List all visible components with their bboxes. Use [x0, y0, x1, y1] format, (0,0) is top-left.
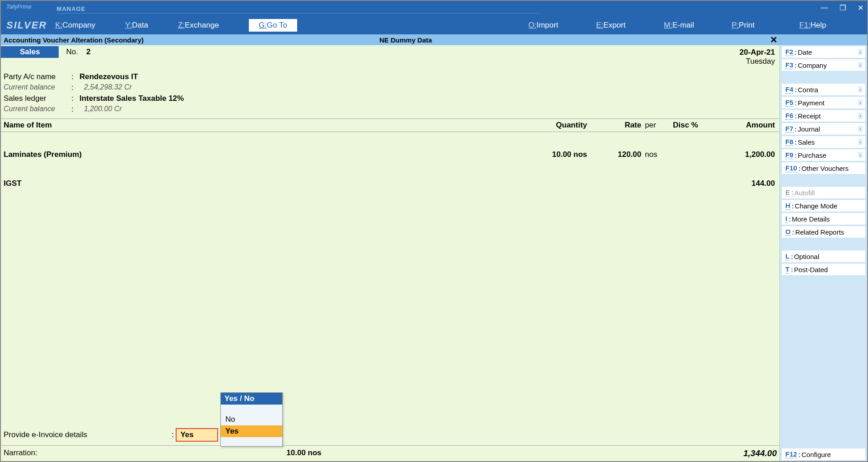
yesno-option-no[interactable]: No	[221, 414, 282, 425]
minimize-button[interactable]: —	[821, 4, 828, 12]
chevron-left-icon[interactable]: ‹	[858, 62, 863, 68]
item-row[interactable]: Laminates (Premium) 10.00 nos 120.00 nos…	[1, 148, 779, 161]
voucher-day: Tuesday	[740, 57, 775, 66]
item-rate[interactable]: 120.00	[587, 150, 641, 159]
sidebar-btn-company[interactable]: F3:Company‹	[781, 59, 866, 71]
yesno-option-yes[interactable]: Yes	[221, 425, 282, 437]
chevron-left-icon[interactable]: ‹	[858, 113, 863, 119]
item-name[interactable]: Laminates (Premium)	[4, 150, 519, 159]
sidebar-btn-related-reports[interactable]: O:Related Reports	[781, 226, 866, 238]
party-balance-label: Current balance	[4, 83, 71, 92]
sidebar-btn-date[interactable]: F2:Date‹	[781, 46, 866, 58]
item-disc[interactable]	[668, 150, 714, 159]
einvoice-label: Provide e-Invoice details	[4, 430, 172, 439]
menu-goto[interactable]: G:Go To	[249, 19, 297, 32]
ledger-balance-label: Current balance	[4, 105, 71, 114]
item-table-header: Name of Item Quantity Rate per Disc % Am…	[1, 118, 779, 132]
tax-amount[interactable]: 144.00	[714, 179, 777, 188]
sidebar-btn-autofill: E:Autofill	[781, 186, 866, 199]
menu-export[interactable]: E:Export	[596, 21, 664, 30]
close-voucher-icon[interactable]: ✕	[770, 34, 778, 45]
close-button[interactable]: ✕	[858, 4, 863, 12]
voucher-content: Sales No. 2 20-Apr-21 Tuesday Party A/c …	[1, 45, 779, 461]
manage-label[interactable]: MANAGE	[57, 5, 539, 14]
yesno-header: Yes / No	[221, 393, 282, 405]
sidebar-btn-receipt[interactable]: F6:Receipt‹	[781, 109, 866, 122]
sidebar-btn-more-details[interactable]: I:More Details	[781, 212, 866, 225]
sidebar-btn-sales[interactable]: F8:Sales‹	[781, 136, 866, 148]
chevron-left-icon[interactable]: ‹	[858, 86, 863, 93]
chevron-left-icon[interactable]: ‹	[858, 99, 863, 106]
sidebar-btn-contra[interactable]: F4:Contra‹	[781, 83, 866, 96]
voucher-no-value[interactable]: 2	[86, 47, 90, 57]
sidebar-btn-purchase[interactable]: F9:Purchase‹	[781, 149, 866, 161]
chevron-left-icon[interactable]: ‹	[858, 49, 863, 55]
menu-print[interactable]: P:Print	[732, 21, 799, 30]
sidebar-btn-payment[interactable]: F5:Payment‹	[781, 96, 866, 109]
einvoice-value[interactable]: Yes	[176, 428, 218, 442]
col-qty: Quantity	[519, 121, 587, 130]
item-qty[interactable]: 10.00 nos	[519, 150, 587, 159]
ledger-label: Sales ledger	[4, 94, 71, 103]
chevron-left-icon[interactable]: ‹	[858, 139, 863, 145]
total-amount: 1,344.00	[743, 448, 777, 458]
voucher-type-tag: Sales	[1, 46, 59, 58]
item-amount[interactable]: 1,200.00	[714, 150, 777, 159]
party-balance-value: 2,54,298.32 Cr	[84, 83, 132, 92]
menu-bar: SILVER K:Company Y:Data Z:Exchange G:Go …	[1, 16, 867, 34]
narration-label[interactable]: Narration:	[4, 448, 37, 458]
ledger-value[interactable]: Interstate Sales Taxable 12%	[79, 94, 184, 103]
right-sidebar: F2:Date‹F3:Company‹ F4:Contra‹F5:Payment…	[779, 45, 867, 461]
tax-name[interactable]: IGST	[4, 179, 519, 188]
menu-exchange[interactable]: Z:Exchange	[178, 21, 219, 30]
window-buttons: — ❐ ✕	[821, 4, 863, 12]
brand-small: TallyPrime	[6, 1, 32, 10]
maximize-button[interactable]: ❐	[840, 4, 846, 12]
chevron-left-icon[interactable]: ‹	[858, 126, 863, 132]
col-per: per	[641, 121, 668, 130]
item-per[interactable]: nos	[641, 150, 668, 159]
sub-bar: Accounting Voucher Alteration (Secondary…	[1, 34, 867, 45]
sidebar-btn-journal[interactable]: F7:Journal‹	[781, 123, 866, 135]
sidebar-btn-optional[interactable]: L:Optional	[781, 250, 866, 263]
yesno-popup: Yes / No No Yes	[220, 392, 283, 447]
sidebar-btn-configure[interactable]: F12:Configure	[781, 448, 866, 461]
total-qty: 10.00 nos	[286, 448, 494, 458]
menu-email[interactable]: M:E-mail	[664, 21, 732, 30]
company-name: NE Dummy Data	[379, 36, 432, 44]
col-disc: Disc %	[668, 121, 714, 130]
sidebar-btn-post-dated[interactable]: T:Post-Dated	[781, 263, 866, 276]
sidebar-btn-change-mode[interactable]: H:Change Mode	[781, 199, 866, 212]
brand-big: SILVER	[6, 19, 47, 31]
menu-import[interactable]: O:Import	[528, 21, 596, 30]
tax-row[interactable]: IGST 144.00	[1, 177, 779, 190]
voucher-no-label: No.	[66, 47, 78, 57]
menu-company[interactable]: K:Company	[55, 21, 95, 30]
voucher-date[interactable]: 20-Apr-21	[740, 48, 775, 57]
menu-help[interactable]: F1:Help	[799, 21, 867, 30]
title-bar: TallyPrime MANAGE — ❐ ✕	[1, 1, 867, 16]
party-label: Party A/c name	[4, 72, 71, 81]
chevron-left-icon[interactable]: ‹	[858, 152, 863, 158]
voucher-mode-title: Accounting Voucher Alteration (Secondary…	[4, 36, 144, 44]
party-value[interactable]: Rendezevous IT	[79, 72, 138, 81]
ledger-balance-value: 1,200.00 Cr	[84, 105, 122, 114]
col-name: Name of Item	[4, 121, 519, 130]
sidebar-btn-other-vouchers[interactable]: F10:Other Vouchers	[781, 162, 866, 174]
col-rate: Rate	[587, 121, 641, 130]
menu-data[interactable]: Y:Data	[125, 21, 148, 30]
col-amount: Amount	[714, 121, 777, 130]
